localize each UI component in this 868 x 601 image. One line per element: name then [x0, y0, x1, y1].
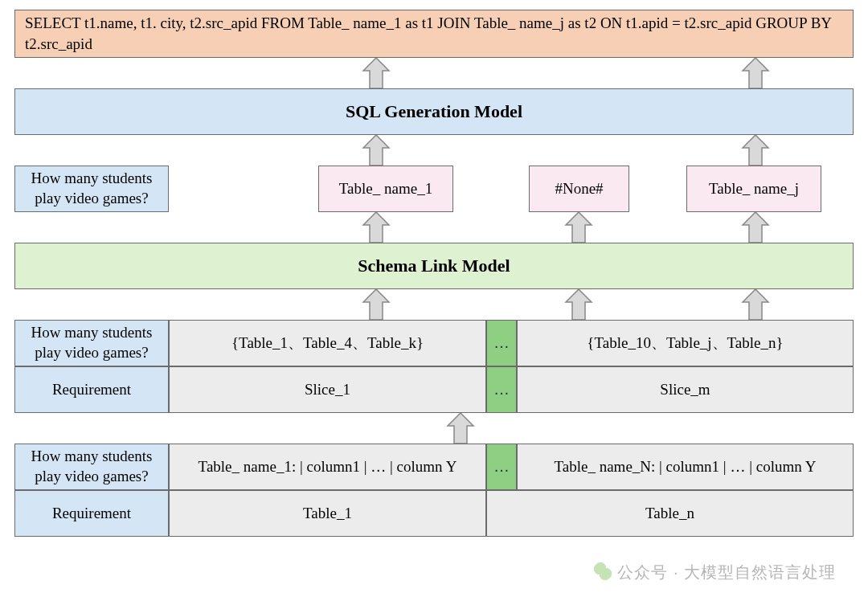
- table-out-none-label: #None#: [555, 180, 603, 198]
- arrow-icon: [739, 135, 772, 166]
- sql-generation-model-label: SQL Generation Model: [346, 101, 522, 122]
- slicem-text: Slice_m: [660, 381, 710, 399]
- arrow-icon: [563, 289, 595, 320]
- watermark: 公众号 · 大模型自然语言处理: [593, 562, 836, 583]
- table-cols-n-text: Table_ name_N: | column1 | … | column Y: [555, 458, 817, 476]
- slice1-tables-cell: {Table_1、Table_4、Table_k}: [169, 320, 486, 366]
- table-cols-1-text: Table_ name_1: | column1 | … | column Y: [199, 458, 457, 476]
- question-text: How many students play video games?: [22, 169, 162, 208]
- requirement-label-bottom: Requirement: [52, 505, 131, 522]
- arrow-icon: [360, 212, 392, 243]
- slice1-text: Slice_1: [305, 381, 350, 399]
- table-cols-n-cell: Table_ name_N: | column1 | … | column Y: [517, 444, 854, 490]
- slice1-tables-text: {Table_1、Table_4、Table_k}: [231, 333, 424, 354]
- diagram-canvas: SELECT t1.name, t1. city, t2.src_apid FR…: [14, 10, 854, 591]
- arrow-icon: [739, 58, 772, 88]
- tablen-text: Table_n: [645, 505, 694, 522]
- table1-text: Table_1: [303, 505, 352, 522]
- arrow-icon: [360, 58, 392, 88]
- svg-marker-5: [566, 212, 592, 243]
- ellipsis-text-2: …: [494, 381, 510, 399]
- ellipsis-mid-1: …: [486, 320, 517, 366]
- svg-marker-8: [566, 289, 592, 320]
- requirement-box-mid: Requirement: [14, 366, 169, 413]
- svg-marker-1: [743, 58, 768, 88]
- svg-marker-3: [743, 135, 768, 166]
- svg-marker-7: [363, 289, 389, 320]
- slice1-cell: Slice_1: [169, 366, 486, 413]
- arrow-icon: [563, 212, 595, 243]
- table-out-j: Table_ name_j: [686, 166, 821, 212]
- schema-link-model-label: Schema Link Model: [358, 256, 510, 276]
- question-text-bottom: How many students play video games?: [22, 447, 162, 486]
- slicem-tables-text: {Table_10、Table_j、Table_n}: [587, 333, 783, 354]
- requirement-label-mid: Requirement: [52, 381, 131, 399]
- table-out-j-label: Table_ name_j: [709, 180, 799, 198]
- schema-link-model-box: Schema Link Model: [14, 243, 854, 289]
- svg-marker-6: [743, 212, 768, 243]
- arrow-icon: [739, 212, 772, 243]
- question-text-mid: How many students play video games?: [22, 323, 162, 362]
- ellipsis-bot-1: …: [486, 444, 517, 490]
- table-out-none: #None#: [529, 166, 629, 212]
- question-box-mid: How many students play video games?: [14, 320, 169, 366]
- ellipsis-text: …: [494, 334, 510, 352]
- wechat-logo-icon: [593, 562, 612, 581]
- ellipsis-mid-2: …: [486, 366, 517, 413]
- question-box-bottom: How many students play video games?: [14, 444, 169, 490]
- table1-cell: Table_1: [169, 490, 486, 537]
- svg-marker-10: [448, 413, 473, 444]
- slicem-tables-cell: {Table_10、Table_j、Table_n}: [517, 320, 854, 366]
- svg-marker-4: [363, 212, 389, 243]
- ellipsis-bot-text: …: [494, 458, 510, 476]
- tablen-cell: Table_n: [486, 490, 854, 537]
- svg-marker-9: [743, 289, 768, 320]
- arrow-icon: [739, 289, 772, 320]
- watermark-text: 公众号 · 大模型自然语言处理: [617, 563, 836, 581]
- arrow-icon: [360, 135, 392, 166]
- arrow-icon: [360, 289, 392, 320]
- sql-output-text: SELECT t1.name, t1. city, t2.src_apid FR…: [25, 13, 843, 54]
- sql-output-box: SELECT t1.name, t1. city, t2.src_apid FR…: [14, 10, 854, 58]
- table-out-1: Table_ name_1: [318, 166, 453, 212]
- slicem-cell: Slice_m: [517, 366, 854, 413]
- question-box-top: How many students play video games?: [14, 166, 169, 212]
- requirement-box-bottom: Requirement: [14, 490, 169, 537]
- table-out-1-label: Table_ name_1: [339, 180, 432, 198]
- table-cols-1-cell: Table_ name_1: | column1 | … | column Y: [169, 444, 486, 490]
- arrow-icon: [444, 413, 477, 444]
- sql-generation-model-box: SQL Generation Model: [14, 88, 854, 135]
- svg-marker-2: [363, 135, 389, 166]
- svg-marker-0: [363, 58, 389, 88]
